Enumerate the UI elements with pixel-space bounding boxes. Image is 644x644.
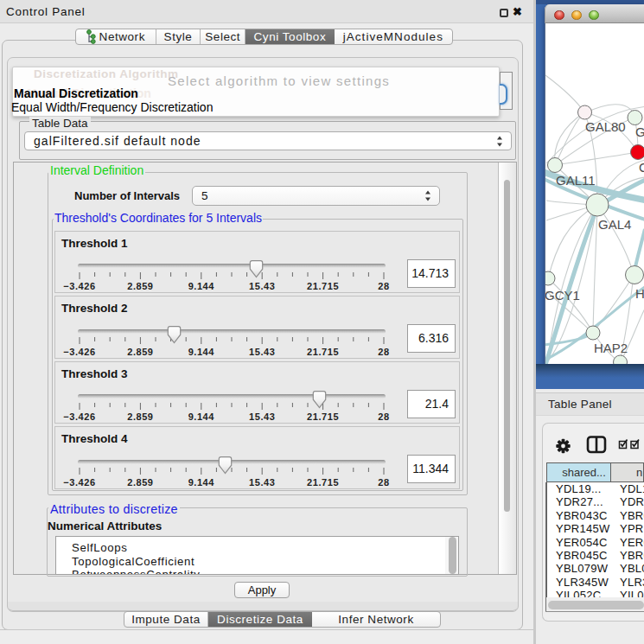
svg-text:GAL80: GAL80 [585,119,626,134]
svg-text:GAL11: GAL11 [556,173,596,188]
svg-text:HAP2: HAP2 [594,341,628,355]
svg-text:GAL4: GAL4 [598,217,631,232]
svg-text:GCY1: GCY1 [545,288,580,303]
svg-text:CY: CY [639,160,644,175]
svg-text:HIS: HIS [635,286,644,301]
svg-text:GAL4: GAL4 [635,124,644,139]
